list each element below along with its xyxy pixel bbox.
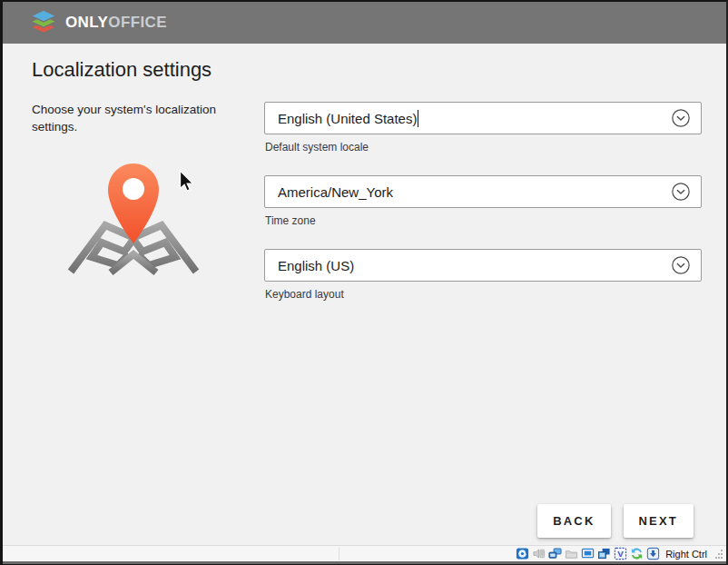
onlyoffice-layers-icon	[30, 10, 57, 35]
display-icon	[581, 547, 595, 560]
audio-icon	[532, 547, 546, 560]
chevron-down-circle-icon[interactable]	[671, 255, 691, 275]
timezone-helper-label: Time zone	[265, 214, 702, 227]
network-icon	[548, 547, 562, 560]
keyboard-icon	[646, 547, 660, 560]
timezone-select[interactable]: America/New_York	[264, 175, 702, 208]
resize-grip[interactable]	[713, 548, 723, 560]
page-title: Localization settings	[32, 58, 212, 82]
guest-screen: ONLYOFFICE Localization settings Choose …	[3, 2, 726, 545]
vm-statusbar: V Right Ctrl	[3, 545, 726, 561]
brand-name: ONLYOFFICE	[65, 14, 167, 32]
locale-helper-label: Default system locale	[265, 141, 702, 154]
timezone-value: America/New_York	[278, 184, 393, 200]
keyboard-layout-value: English (US)	[278, 258, 354, 273]
mouse-icon	[630, 547, 644, 560]
page-description: Choose your system's localization settin…	[32, 101, 251, 135]
host-key-label: Right Ctrl	[665, 549, 707, 560]
keyboard-layout-helper-label: Keyboard layout	[265, 288, 702, 301]
window-bottom-border	[3, 561, 726, 564]
fields-column: English (United States) Default system l…	[264, 102, 702, 322]
statusbar-divider	[339, 548, 339, 560]
onlyoffice-logo: ONLYOFFICE	[30, 10, 167, 35]
app-header: ONLYOFFICE	[3, 2, 726, 44]
text-caret	[418, 110, 418, 127]
next-button[interactable]: NEXT	[624, 504, 694, 538]
mouse-cursor	[179, 170, 194, 192]
shared-folders-icon	[597, 547, 611, 560]
keyboard-layout-select[interactable]: English (US)	[264, 249, 702, 282]
locale-value: English (United States)	[278, 111, 417, 126]
chevron-down-circle-icon[interactable]	[671, 182, 691, 202]
features-icon: V	[614, 547, 627, 560]
hard-disk-icon	[516, 547, 529, 560]
wizard-actions: BACK NEXT	[537, 504, 694, 538]
main-content: Localization settings Choose your system…	[3, 44, 726, 545]
chevron-down-circle-icon[interactable]	[671, 108, 691, 128]
vm-window: ONLYOFFICE Localization settings Choose …	[0, 0, 728, 565]
locale-select[interactable]: English (United States)	[264, 102, 702, 134]
brand-light: OFFICE	[108, 14, 167, 31]
svg-text:V: V	[617, 549, 624, 559]
back-button[interactable]: BACK	[537, 504, 610, 538]
usb-icon	[565, 547, 578, 560]
brand-bold: ONLY	[65, 14, 108, 31]
